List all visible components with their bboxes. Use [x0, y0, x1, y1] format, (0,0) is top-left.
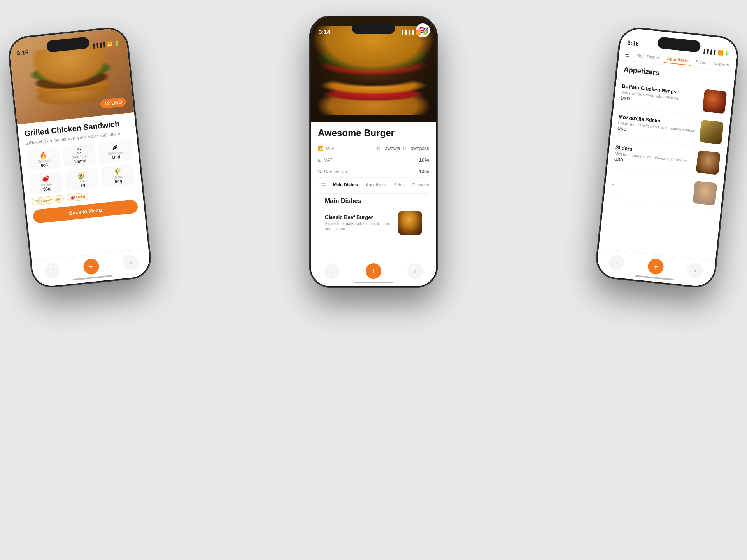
- vat-value: 10%: [419, 157, 429, 163]
- fat-stat: 🥑 Fat 7g: [65, 168, 100, 192]
- center-back-btn[interactable]: 〈: [324, 263, 340, 279]
- right-partial-image: [693, 181, 717, 206]
- center-back-icon: 〈: [329, 268, 335, 275]
- preptime-stat: ⏱ Prep Time 16min: [62, 144, 97, 168]
- center-chevron-icon: ∧: [414, 268, 417, 274]
- center-status-time: 3:14: [319, 28, 330, 35]
- right-phone: 3:16 ▐▐▐▐ 📶 🔋 ☰ Main Dishes Appetizers S…: [594, 26, 740, 290]
- restaurant-name: Awesome Burger: [318, 128, 429, 138]
- protein-stat: 🥩 Protein 33g: [29, 171, 64, 195]
- sliders-photo: [696, 150, 721, 175]
- right-hamburger-icon[interactable]: ☰: [624, 51, 630, 58]
- wifi-credentials: N: awewifi P: awepass: [377, 146, 429, 151]
- right-partial-info: ...: [611, 180, 690, 195]
- center-chevron-btn[interactable]: ∧: [407, 263, 423, 279]
- spiciness-stat: 🌶 Spiciness Mild: [98, 140, 133, 164]
- carbs-stat: 🌾 Carbs 64g: [100, 164, 135, 188]
- gluten-free-tag: 🌱 Gluten-free: [31, 195, 64, 206]
- service-tax-label-container: % Service Tax: [318, 169, 348, 175]
- menu-item-info: Classic Beef Burger A juicy beef patty w…: [325, 214, 393, 231]
- gluten-icon: 🌱: [35, 199, 40, 204]
- right-sliders-image: [696, 150, 721, 175]
- wifi-label: 📶 WiFi: [318, 146, 335, 151]
- vat-row: ⊡ VAT 10%: [318, 154, 429, 166]
- right-plus-icon: +: [653, 261, 659, 271]
- menu-tabs: ☰ Main Dishes Appetizers Sides Desserts: [318, 178, 429, 194]
- halal-tag: 🥩 Halal: [67, 192, 89, 202]
- left-back-btn[interactable]: 〈: [44, 262, 61, 279]
- left-chevron-icon: ∧: [128, 259, 132, 265]
- burger-image: [398, 211, 422, 235]
- left-plus-btn[interactable]: +: [82, 258, 100, 275]
- hamburger-menu-icon[interactable]: ☰: [318, 181, 329, 190]
- calories-stat: 🔥 Calories 603: [26, 148, 61, 172]
- right-plus-btn[interactable]: +: [647, 258, 665, 275]
- wings-photo: [702, 89, 727, 114]
- service-tax-row: % Service Tax 14%: [318, 166, 429, 178]
- right-partial-name: ...: [612, 180, 690, 194]
- right-back-btn[interactable]: 〈: [608, 254, 625, 271]
- right-tab-appetizers[interactable]: Appetizers: [663, 54, 692, 66]
- left-phone: 3:15 ▐▐▐▐ 📶 🔋 12 USD Grilled Chicken San…: [7, 26, 153, 290]
- partial-photo: [693, 181, 717, 206]
- right-chevron-btn[interactable]: ∧: [686, 262, 703, 279]
- gluten-label: Gluten-free: [41, 197, 61, 203]
- left-back-icon: 〈: [49, 267, 55, 274]
- halal-label: Halal: [76, 194, 85, 200]
- center-dynamic-island: [352, 23, 395, 34]
- vat-label-container: ⊡ VAT: [318, 158, 333, 163]
- right-content: ☰ Main Dishes Appetizers Sides Desserts …: [596, 27, 738, 288]
- tab-desserts[interactable]: Desserts: [409, 181, 429, 190]
- left-status-time: 3:15: [16, 49, 29, 56]
- right-tab-sides[interactable]: Sides: [692, 57, 710, 67]
- left-plus-icon: +: [88, 261, 95, 271]
- right-chevron-icon: ∧: [693, 268, 696, 273]
- left-chevron-btn[interactable]: ∧: [122, 254, 139, 271]
- right-wings-image: [702, 89, 727, 114]
- wifi-n-label: N:: [377, 146, 382, 151]
- menu-item-desc: A juicy beef patty with lettuce, tomato,…: [325, 221, 393, 231]
- center-plus-btn[interactable]: +: [366, 263, 381, 279]
- service-tax-value: 14%: [419, 169, 429, 175]
- wifi-icon: 📶: [318, 146, 324, 151]
- vat-icon: ⊡: [318, 158, 322, 163]
- right-wings-info: Buffalo Chicken Wings Spicy wings served…: [621, 83, 700, 108]
- right-back-icon: 〈: [614, 259, 620, 266]
- right-status-time: 3:16: [627, 39, 639, 47]
- menu-item-image: [398, 211, 422, 235]
- section-main-dishes: Main Dishes: [318, 194, 429, 207]
- wifi-row: 📶 WiFi N: awewifi P: awepass: [318, 143, 429, 154]
- wifi-p-label: P:: [403, 146, 407, 151]
- center-home-indicator: [354, 282, 393, 283]
- wifi-password: awepass: [411, 146, 429, 151]
- left-status-icons: ▐▐▐▐ 📶 🔋: [91, 40, 120, 49]
- wifi-network: awewifi: [385, 146, 400, 151]
- sticks-photo: [699, 120, 724, 145]
- right-sticks-info: Mozzarella Sticks Crispy mozzarella stic…: [617, 114, 697, 139]
- center-content: Awesome Burger 📶 WiFi N: awewifi P: awep…: [311, 122, 436, 245]
- center-phone: 3:14 ▐▐▐▐ 📶 🔋 🇬🇧 Awesome Burger 📶: [309, 16, 438, 288]
- service-tax-icon: %: [318, 170, 322, 174]
- center-plus-icon: +: [371, 266, 376, 276]
- halal-icon: 🥩: [70, 195, 75, 200]
- right-tab-main[interactable]: Main Dishes: [633, 51, 663, 63]
- right-tab-desserts[interactable]: Desserts: [710, 59, 731, 70]
- menu-item-beef-burger[interactable]: Classic Beef Burger A juicy beef patty w…: [318, 207, 429, 239]
- center-status-icons: ▐▐▐▐ 📶 🔋: [400, 30, 428, 35]
- right-sliders-info: Sliders Mini beef burgers with cheese an…: [614, 144, 694, 170]
- tab-main-dishes[interactable]: Main Dishes: [329, 181, 362, 190]
- right-status-icons: ▐▐▐▐ 📶 🔋: [702, 48, 730, 56]
- right-sticks-image: [699, 120, 724, 145]
- tab-sides[interactable]: Sides: [390, 181, 409, 190]
- left-bottom-bar: 〈 + ∧: [32, 248, 151, 288]
- tab-appetizers[interactable]: Appetizers: [362, 181, 390, 190]
- menu-item-name: Classic Beef Burger: [325, 214, 393, 220]
